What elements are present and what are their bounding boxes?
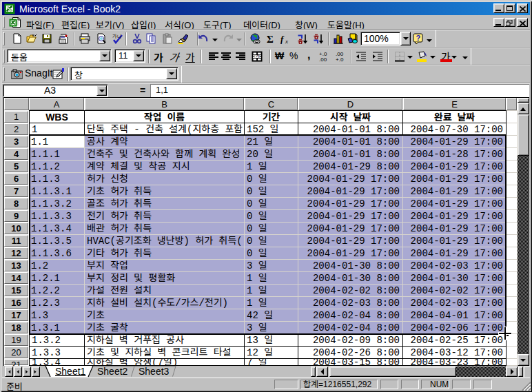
svg-text:Sheet2: Sheet2: [97, 366, 128, 377]
svg-text:Sheet3: Sheet3: [139, 366, 170, 377]
svg-text:?: ?: [416, 34, 421, 42]
svg-text:x: x: [285, 38, 288, 44]
svg-text:f: f: [280, 34, 285, 44]
svg-text:Σ: Σ: [267, 34, 274, 44]
svg-text:.00: .00: [319, 56, 327, 62]
svg-text:Sheet1: Sheet1: [55, 366, 86, 377]
svg-text:가나: 가나: [112, 33, 122, 39]
svg-text:가: 가: [256, 52, 260, 59]
svg-text:+.0: +.0: [336, 56, 344, 62]
